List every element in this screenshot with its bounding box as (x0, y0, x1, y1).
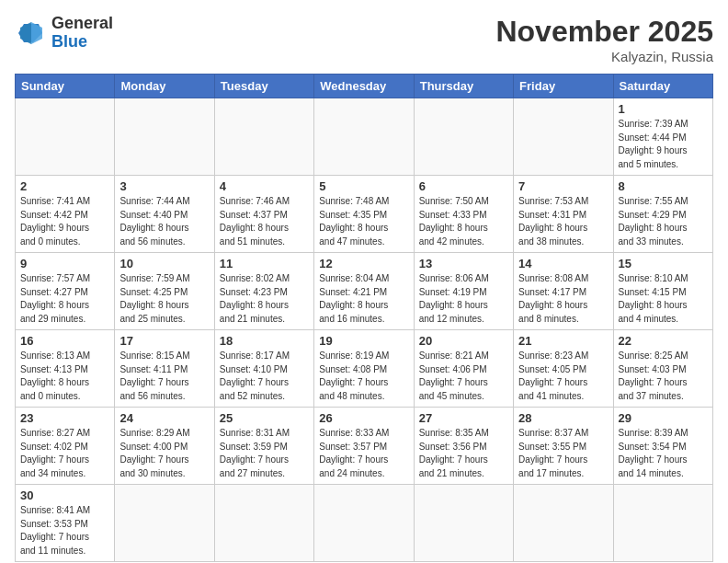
week-row-2: 2Sunrise: 7:41 AM Sunset: 4:42 PM Daylig… (16, 176, 713, 253)
day-number: 17 (119, 334, 209, 348)
day-cell: 21Sunrise: 8:23 AM Sunset: 4:05 PM Dayli… (514, 330, 613, 408)
day-info: Sunrise: 8:08 AM Sunset: 4:17 PM Dayligh… (518, 272, 608, 326)
day-cell: 24Sunrise: 8:29 AM Sunset: 4:00 PM Dayli… (115, 408, 214, 485)
day-number: 3 (119, 179, 209, 193)
day-cell: 27Sunrise: 8:35 AM Sunset: 3:56 PM Dayli… (414, 408, 513, 485)
day-number: 20 (419, 334, 508, 348)
day-info: Sunrise: 8:31 AM Sunset: 3:59 PM Dayligh… (220, 427, 309, 480)
week-row-4: 16Sunrise: 8:13 AM Sunset: 4:13 PM Dayli… (16, 330, 713, 408)
day-number: 21 (518, 334, 608, 348)
day-number: 30 (20, 488, 109, 502)
day-cell: 23Sunrise: 8:27 AM Sunset: 4:02 PM Dayli… (16, 408, 115, 485)
weekday-header-thursday: Thursday (414, 75, 513, 98)
svg-marker-2 (20, 22, 31, 44)
day-number: 15 (619, 257, 708, 270)
day-cell (115, 98, 214, 176)
day-info: Sunrise: 8:35 AM Sunset: 3:56 PM Dayligh… (419, 427, 508, 480)
day-cell: 29Sunrise: 8:39 AM Sunset: 3:54 PM Dayli… (613, 408, 712, 485)
logo-text: General Blue (51, 15, 113, 52)
day-info: Sunrise: 7:48 AM Sunset: 4:35 PM Dayligh… (319, 195, 408, 248)
weekday-header-monday: Monday (115, 75, 214, 98)
weekday-header-sunday: Sunday (16, 75, 115, 98)
day-number: 8 (619, 179, 708, 193)
day-number: 28 (518, 411, 608, 425)
day-cell: 19Sunrise: 8:19 AM Sunset: 4:08 PM Dayli… (314, 330, 414, 408)
day-info: Sunrise: 8:33 AM Sunset: 3:57 PM Dayligh… (319, 427, 408, 480)
day-number: 5 (319, 179, 408, 193)
day-cell: 26Sunrise: 8:33 AM Sunset: 3:57 PM Dayli… (314, 408, 414, 485)
svg-marker-1 (31, 22, 42, 44)
day-number: 23 (20, 411, 109, 425)
day-cell: 13Sunrise: 8:06 AM Sunset: 4:19 PM Dayli… (414, 253, 513, 330)
day-cell: 2Sunrise: 7:41 AM Sunset: 4:42 PM Daylig… (16, 176, 115, 253)
day-info: Sunrise: 8:19 AM Sunset: 4:08 PM Dayligh… (319, 350, 408, 403)
day-number: 7 (518, 179, 608, 193)
weekday-header-tuesday: Tuesday (214, 75, 313, 98)
day-number: 16 (20, 334, 109, 348)
day-info: Sunrise: 8:04 AM Sunset: 4:21 PM Dayligh… (319, 272, 408, 326)
day-info: Sunrise: 8:21 AM Sunset: 4:06 PM Dayligh… (419, 350, 508, 403)
day-cell (214, 98, 313, 176)
day-number: 22 (619, 334, 708, 348)
day-cell (414, 98, 513, 176)
day-cell: 3Sunrise: 7:44 AM Sunset: 4:40 PM Daylig… (115, 176, 214, 253)
week-row-1: 1Sunrise: 7:39 AM Sunset: 4:44 PM Daylig… (16, 98, 713, 176)
day-cell: 17Sunrise: 8:15 AM Sunset: 4:11 PM Dayli… (115, 330, 214, 408)
day-number: 2 (20, 179, 109, 193)
day-number: 24 (119, 411, 209, 425)
day-cell (314, 485, 414, 562)
day-cell: 16Sunrise: 8:13 AM Sunset: 4:13 PM Dayli… (16, 330, 115, 408)
day-cell: 11Sunrise: 8:02 AM Sunset: 4:23 PM Dayli… (214, 253, 313, 330)
day-number: 26 (319, 411, 408, 425)
day-info: Sunrise: 7:44 AM Sunset: 4:40 PM Dayligh… (119, 195, 209, 248)
day-number: 1 (619, 102, 708, 116)
day-cell (214, 485, 313, 562)
day-info: Sunrise: 7:46 AM Sunset: 4:37 PM Dayligh… (220, 195, 309, 248)
day-info: Sunrise: 7:53 AM Sunset: 4:31 PM Dayligh… (518, 195, 608, 248)
day-info: Sunrise: 8:27 AM Sunset: 4:02 PM Dayligh… (20, 427, 109, 480)
day-cell: 18Sunrise: 8:17 AM Sunset: 4:10 PM Dayli… (214, 330, 313, 408)
day-number: 25 (220, 411, 309, 425)
day-cell: 20Sunrise: 8:21 AM Sunset: 4:06 PM Dayli… (414, 330, 513, 408)
day-cell: 8Sunrise: 7:55 AM Sunset: 4:29 PM Daylig… (613, 176, 712, 253)
day-info: Sunrise: 8:17 AM Sunset: 4:10 PM Dayligh… (220, 350, 309, 403)
day-cell: 22Sunrise: 8:25 AM Sunset: 4:03 PM Dayli… (613, 330, 712, 408)
day-info: Sunrise: 8:41 AM Sunset: 3:53 PM Dayligh… (20, 504, 109, 557)
day-number: 14 (518, 257, 608, 270)
day-number: 11 (220, 257, 309, 270)
day-cell (414, 485, 513, 562)
day-cell: 1Sunrise: 7:39 AM Sunset: 4:44 PM Daylig… (613, 98, 712, 176)
weekday-header-wednesday: Wednesday (314, 75, 414, 98)
week-row-6: 30Sunrise: 8:41 AM Sunset: 3:53 PM Dayli… (16, 485, 713, 562)
location: Kalyazin, Russia (495, 49, 713, 64)
day-info: Sunrise: 8:23 AM Sunset: 4:05 PM Dayligh… (518, 350, 608, 403)
day-cell: 7Sunrise: 7:53 AM Sunset: 4:31 PM Daylig… (514, 176, 613, 253)
day-info: Sunrise: 7:39 AM Sunset: 4:44 PM Dayligh… (619, 118, 708, 171)
day-cell (514, 98, 613, 176)
weekday-header-saturday: Saturday (613, 75, 712, 98)
day-info: Sunrise: 8:37 AM Sunset: 3:55 PM Dayligh… (518, 427, 608, 480)
day-cell: 25Sunrise: 8:31 AM Sunset: 3:59 PM Dayli… (214, 408, 313, 485)
day-cell (16, 98, 115, 176)
day-number: 29 (619, 411, 708, 425)
day-cell: 30Sunrise: 8:41 AM Sunset: 3:53 PM Dayli… (16, 485, 115, 562)
day-cell: 14Sunrise: 8:08 AM Sunset: 4:17 PM Dayli… (514, 253, 613, 330)
day-info: Sunrise: 7:59 AM Sunset: 4:25 PM Dayligh… (119, 272, 209, 326)
day-info: Sunrise: 8:29 AM Sunset: 4:00 PM Dayligh… (119, 427, 209, 480)
week-row-5: 23Sunrise: 8:27 AM Sunset: 4:02 PM Dayli… (16, 408, 713, 485)
day-cell: 5Sunrise: 7:48 AM Sunset: 4:35 PM Daylig… (314, 176, 414, 253)
day-info: Sunrise: 8:06 AM Sunset: 4:19 PM Dayligh… (419, 272, 508, 326)
day-number: 27 (419, 411, 508, 425)
day-info: Sunrise: 8:10 AM Sunset: 4:15 PM Dayligh… (619, 272, 708, 326)
day-info: Sunrise: 8:39 AM Sunset: 3:54 PM Dayligh… (619, 427, 708, 480)
day-cell: 28Sunrise: 8:37 AM Sunset: 3:55 PM Dayli… (514, 408, 613, 485)
day-cell: 15Sunrise: 8:10 AM Sunset: 4:15 PM Dayli… (613, 253, 712, 330)
week-row-3: 9Sunrise: 7:57 AM Sunset: 4:27 PM Daylig… (16, 253, 713, 330)
day-cell: 9Sunrise: 7:57 AM Sunset: 4:27 PM Daylig… (16, 253, 115, 330)
day-info: Sunrise: 7:50 AM Sunset: 4:33 PM Dayligh… (419, 195, 508, 248)
day-info: Sunrise: 7:41 AM Sunset: 4:42 PM Dayligh… (20, 195, 109, 248)
day-info: Sunrise: 8:13 AM Sunset: 4:13 PM Dayligh… (20, 350, 109, 403)
day-cell (115, 485, 214, 562)
day-number: 4 (220, 179, 309, 193)
weekday-header-friday: Friday (514, 75, 613, 98)
